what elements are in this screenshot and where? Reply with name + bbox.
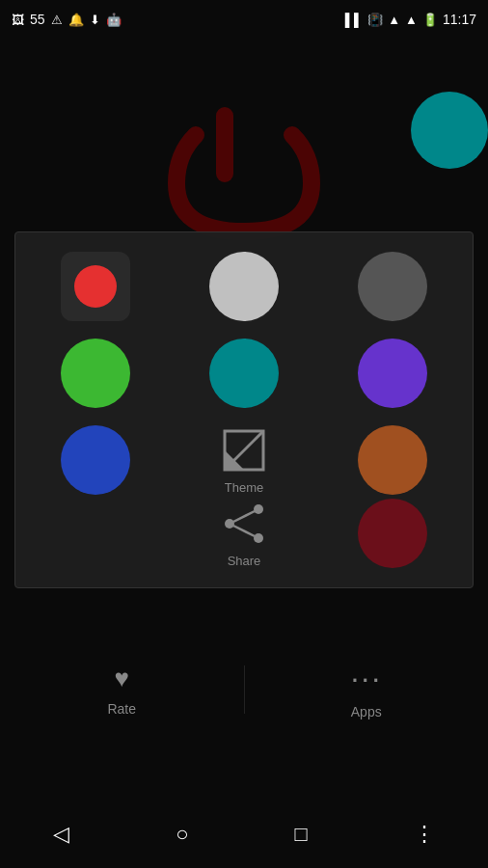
time: 11:17 <box>443 12 476 27</box>
apps-label: Apps <box>351 704 382 719</box>
svg-point-3 <box>254 533 263 543</box>
color-blue[interactable] <box>61 425 130 495</box>
status-bar: 🖼 55 ⚠ 🔔 ⬇ 🤖 ▌▌ 📳 ▲ ▲ 🔋 11:17 <box>0 0 488 39</box>
svg-point-2 <box>254 504 263 514</box>
apps-icon: ··· <box>350 661 382 696</box>
notification-icon: 🔔 <box>68 13 84 27</box>
status-right: ▌▌ 📳 ▲ ▲ 🔋 11:17 <box>345 12 476 27</box>
share-label: Share <box>228 554 261 568</box>
color-red-selected[interactable] <box>61 252 130 321</box>
bottom-actions: ♥ Rate ··· Apps <box>0 646 488 733</box>
nav-bar: ◁ ○ □ ⋮ <box>0 800 488 868</box>
download-icon: ⬇ <box>90 13 100 27</box>
color-gray[interactable] <box>209 252 279 321</box>
heart-icon: ♥ <box>115 664 129 693</box>
color-green[interactable] <box>61 339 130 408</box>
color-teal[interactable] <box>209 339 279 408</box>
bottom-color-row: Theme <box>30 425 458 495</box>
teal-circle-top[interactable] <box>411 92 488 169</box>
theme-label: Theme <box>225 480 263 495</box>
modal-panel: Theme Share <box>14 231 474 588</box>
color-dark-gray[interactable] <box>358 252 427 321</box>
share-button[interactable]: Share <box>178 499 310 568</box>
main-content: Theme Share ♥ Rate <box>0 39 488 800</box>
color-dark-red[interactable] <box>358 499 427 568</box>
battery-icon: 🔋 <box>422 13 438 27</box>
home-button[interactable]: ○ <box>176 822 188 847</box>
battery-level: 55 <box>30 12 45 27</box>
color-orange-brown[interactable] <box>358 425 427 495</box>
recents-button[interactable]: □ <box>295 822 308 847</box>
apps-button[interactable]: ··· Apps <box>245 646 489 733</box>
back-button[interactable]: ◁ <box>53 822 69 847</box>
color-grid <box>30 252 458 408</box>
svg-line-6 <box>233 526 255 536</box>
svg-point-4 <box>225 519 234 529</box>
signal-icon: ▌▌ <box>345 13 363 27</box>
warning-icon: ⚠ <box>51 13 63 27</box>
rate-label: Rate <box>107 701 136 717</box>
wifi-icon: ▲ <box>388 13 400 27</box>
rate-button[interactable]: ♥ Rate <box>0 646 244 733</box>
svg-line-5 <box>233 511 255 522</box>
network-icon: ▲ <box>405 13 418 27</box>
theme-button[interactable]: Theme <box>178 426 310 495</box>
android-icon: 🤖 <box>106 13 122 27</box>
status-left: 🖼 55 ⚠ 🔔 ⬇ 🤖 <box>12 12 122 27</box>
color-purple[interactable] <box>358 339 427 408</box>
vibrate-icon: 📳 <box>367 13 383 27</box>
power-icon-background <box>167 96 321 251</box>
photo-icon: 🖼 <box>12 13 24 27</box>
more-button[interactable]: ⋮ <box>414 822 435 847</box>
red-inner-circle <box>74 265 117 308</box>
